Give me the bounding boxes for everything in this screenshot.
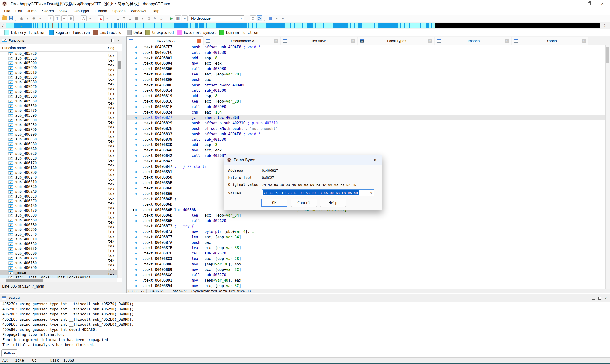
- disassembly-line[interactable]: .text:0040687B lea ecx, [ebp+var_38]: [126, 245, 606, 251]
- indent-list-icon-2[interactable]: ≡: [280, 16, 285, 21]
- function-row[interactable]: fsub_4060A0. tex: [0, 146, 117, 151]
- function-row[interactable]: fsub_406610. tex: [0, 237, 117, 242]
- chevron-down-icon[interactable]: ∨: [370, 191, 374, 195]
- disassembly-line[interactable]: .text:00406889 mov ecx, [ebp+var_3C]: [126, 267, 606, 273]
- menu-item-edit[interactable]: Edit: [13, 9, 25, 13]
- menu-item-debugger[interactable]: Debugger: [70, 9, 92, 13]
- function-row[interactable]: fsub_405BC0. tex: [0, 51, 117, 56]
- breakpoint-dot[interactable]: [135, 220, 137, 222]
- call-flow-icon-2[interactable]: ⊓: [121, 16, 126, 21]
- scrollbar-thumb[interactable]: [6, 279, 43, 282]
- breakpoint-dot[interactable]: [135, 85, 137, 86]
- function-row[interactable]: fsub_405F50. tex: [0, 123, 117, 127]
- dialog-close-icon[interactable]: ×: [371, 157, 379, 163]
- breakpoint-dot[interactable]: [135, 182, 137, 184]
- function-row[interactable]: fsub_405F00. tex: [0, 118, 117, 123]
- function-row[interactable]: fsub_405F90. tex: [0, 127, 117, 132]
- disassembly-line[interactable]: .text:00406873 ; try {: [126, 223, 606, 229]
- breakpoint-dot[interactable]: [135, 263, 137, 265]
- disassembly-line[interactable]: .text:00406877 lea eax, [ebp+var_34]: [126, 234, 606, 240]
- disassembly-line[interactable]: .text:0040680F push offset dword_4DDA80: [126, 83, 606, 88]
- trace-icon[interactable]: ●: [105, 16, 110, 21]
- disassembly-line[interactable]: .text:00406886 mov [ebp+var_3C], eax: [126, 262, 606, 267]
- function-row[interactable]: fsub_405DE0. tex: [0, 89, 117, 94]
- debugger-pause-icon[interactable]: ▮▮: [175, 15, 181, 21]
- output-log[interactable]: 405270: using guessed type int __thiscal…: [0, 302, 610, 349]
- output-panel-header[interactable]: Output ×: [0, 295, 610, 302]
- function-row[interactable]: fsub_405BE0. tex: [0, 56, 117, 61]
- disassembly-line[interactable]: .text:0040680E push eax: [126, 77, 606, 83]
- disassembly-line[interactable]: .text:00406824 cmp eax, 18h: [126, 110, 606, 115]
- disassembly-line[interactable]: .text:0040688C call sub_405270: [126, 272, 606, 278]
- jump-back-icon[interactable]: ◉: [19, 16, 24, 21]
- breakpoint-dot[interactable]: [135, 269, 137, 271]
- function-row[interactable]: fsub_405D10. tex: [0, 70, 117, 75]
- function-row[interactable]: fsub_406450. tex: [0, 204, 117, 208]
- disassembly-line[interactable]: .text:0040680B lea eax, [ebp+var_28]: [126, 72, 606, 77]
- panel-splitter[interactable]: [122, 36, 126, 293]
- function-row[interactable]: fsub_406470. tex: [0, 208, 117, 213]
- breakpoint-dot[interactable]: [135, 258, 137, 260]
- function-row[interactable]: fsub_405E50. tex: [0, 104, 117, 108]
- menu-item-lumina[interactable]: Lumina: [92, 9, 110, 13]
- breakpoint-dot[interactable]: [135, 236, 137, 238]
- menu-item-view[interactable]: View: [56, 9, 70, 13]
- disassembly-line[interactable]: .text:00406883 lea eax, [ebp+var_28]: [126, 256, 606, 262]
- strings-window-icon[interactable]: ≡: [61, 15, 67, 21]
- menu-item-help[interactable]: Help: [149, 9, 162, 13]
- open-file-icon[interactable]: [2, 16, 7, 20]
- tab-close-icon[interactable]: ×: [505, 39, 509, 43]
- disassembly-line[interactable]: .text:00406827 jz short loc_40686B: [126, 115, 606, 120]
- disassembly-line[interactable]: .text:0040687A push eax: [126, 240, 606, 246]
- scrollbar-thumb[interactable]: [606, 47, 609, 63]
- enums-window-icon[interactable]: #: [48, 15, 54, 21]
- breakpoint-dot[interactable]: [135, 247, 137, 249]
- tab-close-icon[interactable]: ×: [351, 39, 355, 43]
- function-row[interactable]: fsub_4060C0. tex: [0, 151, 117, 156]
- breakpoint-dot[interactable]: [135, 74, 137, 75]
- call-flow-icon-1[interactable]: ⊏: [115, 16, 120, 21]
- navigator-band[interactable]: [6, 23, 600, 28]
- breakpoint-dot[interactable]: [135, 101, 137, 102]
- function-row[interactable]: fsub_4065F0. tex: [0, 232, 117, 237]
- disassembly-line[interactable]: .text:00406873 mov byte ptr [ebp+var_4],…: [126, 229, 606, 234]
- values-selected-text[interactable]: 74 42 68 10 23 40 00 68 D0 F3 4A 00 68 F…: [263, 190, 359, 195]
- jump-forward-icon[interactable]: ◉: [31, 16, 37, 21]
- new-window-icon[interactable]: □: [146, 16, 151, 21]
- disassembly-line[interactable]: .text:00406840 mov ecx, eax: [126, 148, 606, 153]
- breakpoint-dot[interactable]: [135, 112, 137, 113]
- function-row[interactable]: fsub_406690. tex: [0, 251, 117, 256]
- diamond-icon[interactable]: ◇: [159, 16, 164, 21]
- function-row[interactable]: fstd::_Init_locks::_Init_locks(void). te…: [0, 275, 117, 278]
- breakpoint-dot[interactable]: [135, 139, 137, 141]
- breakpoint-dot[interactable]: [135, 242, 137, 244]
- function-row[interactable]: fsub_406580. tex: [0, 218, 117, 222]
- desktop-caret-icon[interactable]: ▾: [140, 16, 145, 21]
- close-button[interactable]: ×: [596, 0, 609, 8]
- breakpoint-dot[interactable]: [135, 193, 137, 195]
- indent-list-icon-1[interactable]: ≡: [274, 16, 279, 21]
- panel-close-icon[interactable]: ×: [605, 297, 607, 299]
- jump-back-caret-icon[interactable]: ▾: [25, 16, 30, 21]
- debugger-start-icon[interactable]: ▶: [169, 16, 174, 21]
- ok-button[interactable]: OK: [261, 199, 288, 207]
- jump-forward-caret-icon[interactable]: ▾: [37, 16, 43, 21]
- function-row[interactable]: fsub_406050. tex: [0, 137, 117, 142]
- edit-icon[interactable]: ✎: [152, 16, 158, 21]
- disassembly-line[interactable]: .text:00406814 call sub_401500: [126, 88, 606, 93]
- function-row[interactable]: fsub_4060E0. tex: [0, 156, 117, 161]
- cli-input[interactable]: [19, 350, 608, 356]
- tab-pseudocode-a[interactable]: Pseudocode-A×: [204, 37, 280, 44]
- disassembly-line[interactable]: .text:0040683D add esp, 8: [126, 142, 606, 148]
- disassembly-line[interactable]: .text:00406819 add esp, 8: [126, 93, 606, 99]
- column-segment[interactable]: Seg: [108, 46, 114, 50]
- band-scroll-left-icon[interactable]: ◂▸: [1, 23, 4, 28]
- menu-item-search[interactable]: Search: [39, 9, 56, 13]
- disassembly-line[interactable]: .text:0040686E call sub_402A20: [126, 218, 606, 224]
- breakpoint-dot[interactable]: [135, 128, 137, 130]
- breakpoint-dot[interactable]: [135, 160, 137, 162]
- breakpoint-dot[interactable]: [135, 90, 137, 91]
- run-script-icon[interactable]: C▸: [257, 15, 263, 21]
- breakpoint-dot[interactable]: [135, 253, 137, 254]
- help-button[interactable]: Help: [320, 199, 346, 207]
